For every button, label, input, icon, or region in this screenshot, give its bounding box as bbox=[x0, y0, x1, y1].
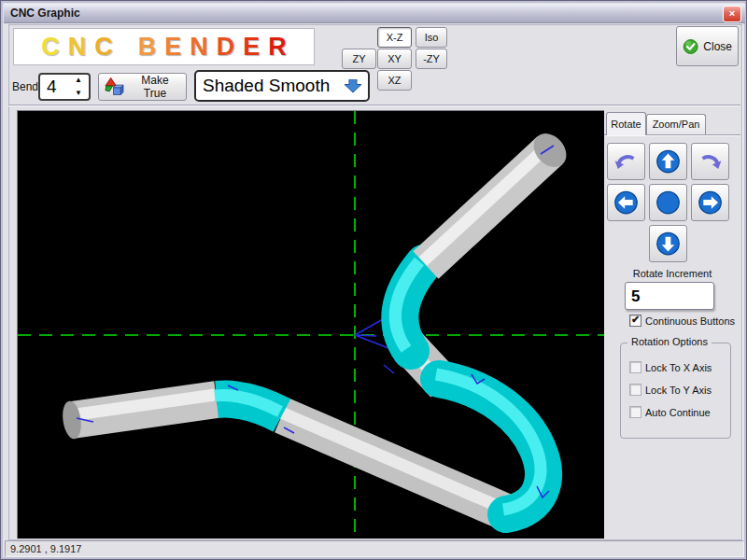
tube-render bbox=[18, 111, 604, 539]
rotate-increment-input[interactable] bbox=[625, 282, 714, 310]
view-xy-button[interactable]: XY bbox=[377, 49, 412, 69]
dropdown-arrow-icon bbox=[345, 79, 362, 93]
arrow-right-icon bbox=[698, 189, 723, 217]
close-button-label: Close bbox=[703, 40, 732, 53]
tube-bend-cyan-left bbox=[215, 396, 282, 415]
green-check-icon bbox=[683, 34, 698, 60]
rotate-ccw-icon bbox=[613, 149, 639, 174]
spinner-down-icon[interactable]: ▼ bbox=[73, 89, 84, 98]
rotate-center-button[interactable] bbox=[649, 184, 687, 221]
make-true-button[interactable]: Make True bbox=[98, 73, 187, 101]
auto-continue-row: Auto Continue bbox=[629, 406, 711, 418]
continuous-buttons-label: Continuous Buttons bbox=[645, 315, 735, 327]
view-zy-button[interactable]: ZY bbox=[342, 49, 376, 69]
continuous-buttons-checkbox[interactable] bbox=[629, 315, 641, 327]
rotate-cw-button[interactable] bbox=[691, 143, 729, 180]
toolbar-divider bbox=[8, 105, 740, 106]
logo-letter: N bbox=[68, 33, 87, 61]
logo-letter: C bbox=[41, 33, 60, 61]
view-iso-button[interactable]: Iso bbox=[416, 27, 447, 48]
rotate-increment-label: Rotate Increment bbox=[604, 268, 740, 279]
app-window: CNC Graphic × CNC BENDER Bend 4 ▲ ▼ Make… bbox=[0, 0, 747, 560]
shading-mode-value: Shaded Smooth bbox=[196, 76, 345, 96]
tab-rotate[interactable]: Rotate bbox=[606, 112, 646, 135]
arrow-left-icon bbox=[613, 189, 639, 217]
cursor-coordinates: 9.2901 , 9.1917 bbox=[10, 543, 81, 554]
close-button[interactable]: Close bbox=[676, 26, 739, 66]
rotate-right-button[interactable] bbox=[691, 184, 729, 221]
logo-letter: D bbox=[217, 33, 235, 61]
rotate-down-button[interactable] bbox=[649, 225, 687, 262]
logo-letter: E bbox=[243, 33, 260, 61]
view-x-negz-button[interactable]: X-Z bbox=[377, 27, 412, 48]
lock-y-axis-row: Lock To Y Axis bbox=[629, 384, 712, 396]
lock-x-axis-row: Lock To X Axis bbox=[629, 361, 712, 373]
view-xz-button[interactable]: XZ bbox=[377, 70, 412, 91]
logo-word-bender: BENDER bbox=[134, 33, 290, 62]
logo-letter: B bbox=[138, 33, 157, 61]
lock-y-axis-label: Lock To Y Axis bbox=[645, 385, 712, 396]
cnc-bender-logo: CNC BENDER bbox=[13, 28, 315, 65]
center-dot-icon bbox=[655, 189, 681, 217]
arrow-down-icon bbox=[655, 230, 681, 258]
spinner-up-icon[interactable]: ▲ bbox=[73, 76, 84, 85]
logo-letter: R bbox=[268, 33, 287, 61]
bend-spinner[interactable]: 4 ▲ ▼ bbox=[38, 73, 91, 101]
lock-y-axis-checkbox[interactable] bbox=[629, 384, 641, 396]
rotate-cw-icon bbox=[698, 149, 723, 174]
logo-letter: E bbox=[164, 33, 181, 61]
lock-x-axis-checkbox[interactable] bbox=[629, 361, 641, 373]
make-true-label: Make True bbox=[130, 74, 180, 100]
rotation-options-group: Rotation Options Lock To X Axis Lock To … bbox=[620, 343, 731, 439]
rotate-ccw-button[interactable] bbox=[607, 143, 645, 180]
tab-zoom-pan[interactable]: Zoom/Pan bbox=[646, 114, 706, 135]
auto-continue-label: Auto Continue bbox=[645, 407, 711, 418]
view-negzy-button[interactable]: -ZY bbox=[416, 49, 447, 69]
rotation-options-title: Rotation Options bbox=[627, 336, 712, 347]
arrow-up-icon bbox=[655, 147, 681, 175]
window-close-icon[interactable]: × bbox=[723, 6, 741, 22]
bend-value: 4 bbox=[47, 77, 57, 97]
rotate-up-button[interactable] bbox=[649, 143, 687, 180]
bend-label: Bend bbox=[12, 80, 38, 93]
3d-viewport[interactable] bbox=[17, 110, 604, 539]
window-title: CNC Graphic bbox=[4, 7, 80, 20]
lock-x-axis-label: Lock To X Axis bbox=[645, 362, 712, 373]
make-true-icon bbox=[105, 77, 125, 98]
continuous-buttons-row: Continuous Buttons bbox=[629, 315, 735, 327]
tube-bend-cyan-upper bbox=[395, 261, 424, 351]
rotate-left-button[interactable] bbox=[607, 184, 645, 221]
title-bar: CNC Graphic × bbox=[4, 4, 745, 23]
logo-letter: N bbox=[190, 33, 208, 61]
logo-word-cnc: CNC bbox=[37, 33, 118, 62]
auto-continue-checkbox[interactable] bbox=[629, 406, 641, 418]
logo-letter: C bbox=[94, 33, 113, 61]
shading-mode-dropdown[interactable]: Shaded Smooth bbox=[194, 70, 370, 102]
status-bar: 9.2901 , 9.1917 bbox=[5, 540, 744, 557]
